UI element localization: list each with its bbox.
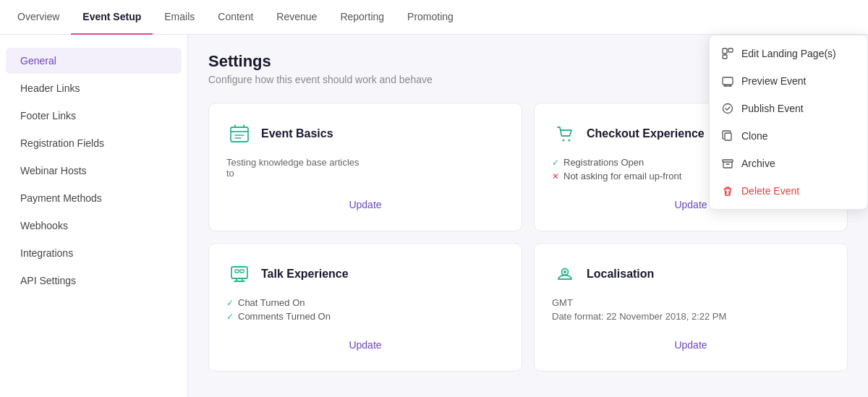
localisation-body: GMT Date format: 22 November 2018, 2:22 …: [552, 297, 830, 325]
nav-promoting[interactable]: Promoting: [396, 0, 465, 35]
nav-reporting[interactable]: Reporting: [328, 0, 396, 35]
svg-point-14: [563, 270, 566, 273]
svg-point-9: [569, 140, 571, 142]
dropdown-edit-landing[interactable]: Edit Landing Page(s): [710, 40, 867, 67]
talk-experience-update-button[interactable]: Update: [343, 336, 387, 354]
svg-rect-10: [231, 267, 247, 278]
event-basics-text2: to: [226, 168, 504, 179]
dropdown-delete[interactable]: Delete Event: [710, 177, 867, 205]
delete-icon: [721, 184, 734, 197]
event-basics-icon: [226, 121, 252, 147]
dropdown-publish-label: Publish Event: [741, 103, 804, 114]
talk-experience-header: Talk Experience: [226, 261, 504, 287]
dropdown-menu: Edit Landing Page(s) Preview Event: [709, 35, 868, 210]
talk-experience-title: Talk Experience: [261, 268, 349, 281]
talk-experience-card: Talk Experience ✓ Chat Turned On ✓ Comme…: [208, 243, 522, 372]
sidebar-item-api-settings[interactable]: API Settings: [6, 268, 182, 294]
localisation-text2: Date format: 22 November 2018, 2:22 PM: [552, 311, 830, 322]
checkout-experience-title: Checkout Experience: [587, 127, 705, 140]
dropdown-clone-label: Clone: [741, 130, 768, 142]
sidebar-item-general[interactable]: General: [6, 48, 182, 74]
clone-icon: [721, 129, 734, 142]
talk-check-2: ✓ Comments Turned On: [226, 311, 504, 322]
dropdown-preview-label: Preview Event: [741, 75, 806, 87]
sidebar-item-webhooks[interactable]: Webhooks: [6, 213, 182, 239]
svg-rect-6: [723, 160, 733, 162]
event-basics-header: Event Basics: [226, 121, 504, 147]
nav-content[interactable]: Content: [206, 0, 265, 35]
localisation-text: GMT: [552, 297, 830, 308]
talk-experience-body: ✓ Chat Turned On ✓ Comments Turned On: [226, 297, 504, 325]
archive-icon: [721, 157, 734, 170]
checkout-check-1-text: Registrations Open: [563, 157, 644, 168]
svg-rect-3: [723, 77, 733, 85]
nav-overview[interactable]: Overview: [17, 0, 71, 35]
localisation-card: Localisation GMT Date format: 22 Novembe…: [534, 243, 848, 372]
checkout-experience-update-button[interactable]: Update: [668, 196, 712, 213]
sidebar-item-integrations[interactable]: Integrations: [6, 240, 182, 266]
talk-check-1-text: Chat Turned On: [238, 297, 305, 308]
preview-icon: [721, 74, 734, 87]
dropdown-preview[interactable]: Preview Event: [710, 67, 867, 95]
checkout-experience-icon: [552, 121, 578, 147]
sidebar-item-footer-links[interactable]: Footer Links: [6, 103, 182, 129]
cross-icon-1: ✕: [552, 171, 559, 182]
dropdown-clone[interactable]: Clone: [710, 122, 867, 150]
localisation-icon: [552, 261, 578, 287]
sidebar-item-webinar-hosts[interactable]: Webinar Hosts: [6, 158, 182, 184]
dropdown-edit-label: Edit Landing Page(s): [741, 48, 836, 59]
event-basics-update-button[interactable]: Update: [343, 196, 387, 213]
check-icon-3: ✓: [226, 312, 234, 322]
svg-rect-0: [723, 48, 727, 54]
dropdown-archive-label: Archive: [741, 158, 775, 169]
talk-experience-icon: [226, 261, 252, 287]
dropdown-delete-label: Delete Event: [741, 185, 799, 197]
svg-rect-12: [240, 270, 244, 273]
event-basics-body: Testing knowledge base articles to: [226, 157, 504, 184]
dropdown-publish[interactable]: Publish Event: [710, 95, 867, 122]
event-basics-title: Event Basics: [261, 127, 333, 140]
event-basics-footer: Update: [226, 196, 504, 213]
svg-rect-7: [231, 127, 248, 142]
svg-point-8: [563, 140, 565, 142]
svg-rect-2: [728, 48, 733, 52]
localisation-update-button[interactable]: Update: [668, 336, 712, 354]
dropdown-archive[interactable]: Archive: [710, 150, 867, 177]
sidebar-item-registration-fields[interactable]: Registration Fields: [6, 130, 182, 156]
nav-event-setup[interactable]: Event Setup: [71, 0, 153, 35]
talk-check-2-text: Comments Turned On: [238, 311, 331, 322]
talk-check-1: ✓ Chat Turned On: [226, 297, 504, 308]
check-icon-2: ✓: [226, 298, 234, 308]
localisation-footer: Update: [552, 336, 830, 354]
talk-experience-footer: Update: [226, 336, 504, 354]
publish-icon: [721, 102, 734, 115]
svg-rect-1: [723, 55, 727, 59]
sidebar-item-payment-methods[interactable]: Payment Methods: [6, 185, 182, 211]
nav-emails[interactable]: Emails: [153, 0, 206, 35]
event-basics-text: Testing knowledge base articles: [226, 157, 504, 168]
localisation-header: Localisation: [552, 261, 830, 287]
svg-rect-5: [725, 133, 731, 140]
edit-icon: [721, 47, 734, 60]
check-icon-1: ✓: [552, 158, 559, 168]
nav-revenue[interactable]: Revenue: [265, 0, 328, 35]
localisation-title: Localisation: [587, 268, 654, 281]
svg-point-4: [723, 104, 733, 114]
svg-rect-11: [235, 270, 239, 273]
checkout-check-2-text: Not asking for email up-front: [563, 171, 681, 182]
sidebar-item-header-links[interactable]: Header Links: [6, 75, 182, 101]
event-basics-card: Event Basics Testing knowledge base arti…: [208, 103, 522, 231]
sidebar: General Header Links Footer Links Regist…: [0, 35, 188, 397]
top-nav: Overview Event Setup Emails Content Reve…: [0, 0, 868, 35]
